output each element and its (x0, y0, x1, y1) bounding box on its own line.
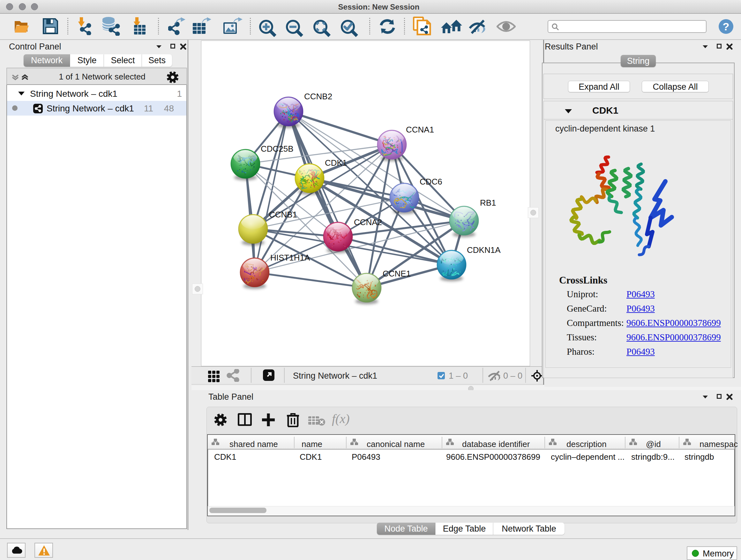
svg-text:CDKN1A: CDKN1A (467, 245, 501, 255)
svg-text:RB1: RB1 (480, 198, 496, 207)
svg-text:CCNE1: CCNE1 (383, 269, 411, 278)
svg-text:CCNA2: CCNA2 (354, 217, 382, 227)
svg-text:CCNA1: CCNA1 (406, 125, 434, 134)
svg-text:HIST1H1A: HIST1H1A (270, 253, 310, 262)
svg-text:CCNB1: CCNB1 (269, 210, 297, 219)
svg-text:CCNB2: CCNB2 (304, 91, 332, 101)
svg-text:CDC25B: CDC25B (261, 144, 293, 153)
svg-text:CDC6: CDC6 (420, 177, 442, 186)
svg-text:CDK1: CDK1 (325, 158, 347, 168)
